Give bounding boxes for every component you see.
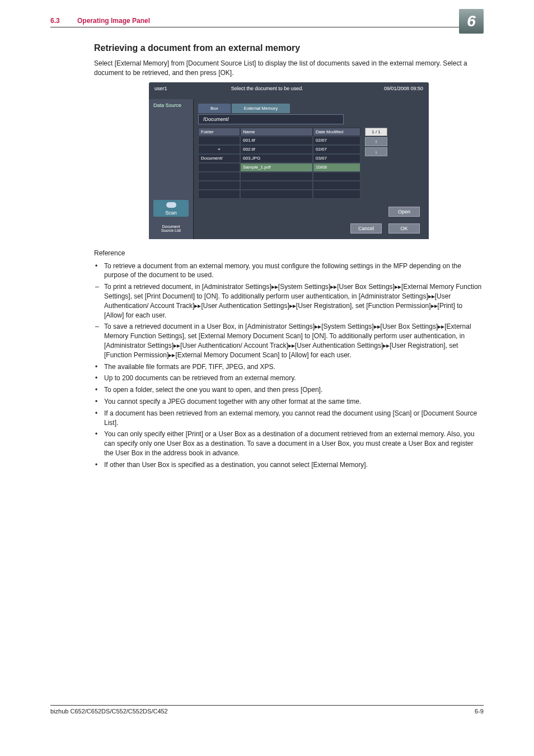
bullet-item: To open a folder, select the one you wan… [94,385,484,395]
section-title: Operating Image Panel [77,17,150,25]
ss-folder-cell [198,172,240,181]
ss-file-row[interactable]: 001.tif [240,136,313,145]
ss-date-cell [313,190,360,199]
ss-date-cell: 02/07 [313,145,360,154]
bullet-item: To retrieve a document from an external … [94,262,484,281]
ss-scan-label: Scan [165,210,177,216]
ss-docsrc-label-2: Source List [161,228,181,232]
ss-page-counter: 1 / 1 [365,128,387,136]
section-number: 6.3 [50,17,60,25]
bullet-item: The available file formats are PDF, TIFF… [94,362,484,372]
ss-file-row-selected[interactable]: Sample_1.pdf [240,163,313,172]
dash-item: To print a retrieved document, in [Admin… [94,282,484,320]
ss-data-source-label: Data Source [149,99,193,111]
ss-file-row[interactable]: 002.tif [240,145,313,154]
bullet-item: If other than User Box is specified as a… [94,460,484,470]
ss-date-cell [313,172,360,181]
ss-date-cell: 02/07 [313,136,360,145]
ss-date-cell [313,181,360,190]
chapter-badge: 6 [459,9,484,34]
ss-folder-up[interactable]: « [198,145,240,154]
footer-page: 6-9 [475,708,484,715]
ss-open-button[interactable]: Open [388,207,420,217]
arrow-up-icon: ↑ [375,139,378,144]
ss-col-name: Name [240,128,313,136]
ss-docsrc-label-1: Document [162,225,180,228]
ss-folder-cell[interactable] [198,136,240,145]
reference-heading: Reference [94,249,484,257]
footer-model: bizhub C652/C652DS/C552/C552DS/C452 [50,708,168,715]
page-heading: Retrieving a document from an external m… [94,43,484,53]
bullet-item: You cannot specify a JPEG document toget… [94,397,484,407]
ss-document-source-list-button[interactable]: Document Source List [153,220,189,237]
arrow-down-icon: ↓ [375,149,378,155]
ss-file-row [240,181,313,190]
ss-file-row [240,172,313,181]
mfp-screenshot: user1 Select the document to be used. 09… [149,82,429,239]
ss-folder-cell [198,181,240,190]
scanner-icon [166,202,176,208]
ss-ok-button[interactable]: OK [388,223,420,234]
bullet-item: If a document has been retrieved from an… [94,409,484,428]
ss-col-folder: Folder [198,128,240,136]
ss-title: Select the document to be used. [151,86,384,91]
ss-datetime: 09/01/2008 09:50 [384,86,423,91]
ss-file-row [240,190,313,199]
ss-tab-external[interactable]: External Memory [232,104,290,113]
bullet-item: You can only specify either [Print] or a… [94,430,484,458]
dash-item: To save a retrieved document in a User B… [94,322,484,360]
ss-folder-document[interactable]: Document/ [198,154,240,163]
ss-col-date: Date Modified [313,128,360,136]
ss-folder-cell [198,190,240,199]
ss-arrow-down-button[interactable]: ↓ [365,147,387,156]
ss-arrow-up-button[interactable]: ↑ [365,137,387,146]
ss-path: /Document/ [198,114,344,124]
intro-paragraph: Select [External Memory] from [Document … [94,59,484,78]
bullet-item: Up to 200 documents can be retrieved fro… [94,374,484,383]
ss-tab-box[interactable]: Box [198,104,231,113]
ss-folder-cell [198,163,240,172]
ss-file-row[interactable]: 003.JPG [240,154,313,163]
ss-date-cell: 03/07 [313,154,360,163]
ss-cancel-button[interactable]: Cancel [350,223,382,234]
ss-scan-button[interactable]: Scan [153,200,189,217]
ss-date-cell-selected: 10/08 [313,163,360,172]
